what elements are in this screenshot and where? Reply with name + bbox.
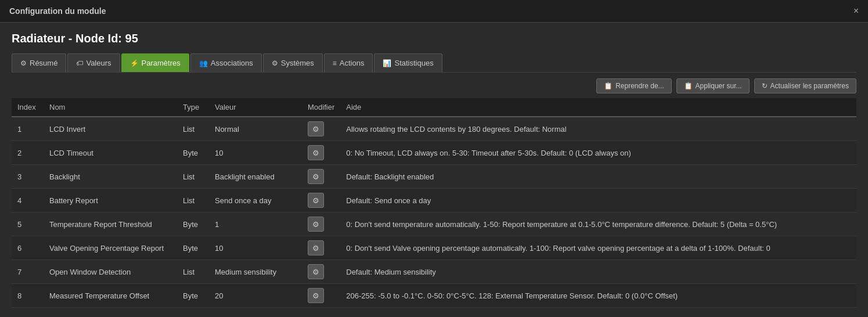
actualiser-button[interactable]: ↻ Actualiser les paramètres <box>754 78 856 93</box>
resume-icon: ⚙ <box>20 59 27 67</box>
modifier-button[interactable]: ⚙ <box>308 193 324 208</box>
modal-body: Radiateur - Node Id: 95 ⚙ Résumé 🏷 Valeu… <box>0 23 868 308</box>
tab-actions[interactable]: ≡ Actions <box>324 53 373 72</box>
parameters-table: Index Nom Type Valeur Modifier Aide 1LCD… <box>12 98 856 308</box>
cell-modifier: ⚙ <box>302 212 340 236</box>
cell-index: 3 <box>12 165 44 189</box>
reprendre-icon: 📋 <box>604 82 613 90</box>
modifier-button[interactable]: ⚙ <box>308 145 324 160</box>
table-row: 4Battery ReportListSend once a day⚙Defau… <box>12 189 856 212</box>
cell-type: List <box>177 165 209 189</box>
tab-statistiques[interactable]: 📊 Statistiques <box>374 53 442 72</box>
table-row: 8Measured Temperature OffsetByte20⚙206-2… <box>12 284 856 308</box>
cell-aide: 206-255: -5.0 to -0.1°C. 0-50: 0°C-5°C. … <box>340 284 856 308</box>
cell-type: List <box>177 117 209 141</box>
modifier-button[interactable]: ⚙ <box>308 264 324 279</box>
valeurs-icon: 🏷 <box>76 59 83 67</box>
cell-nom: LCD Timeout <box>44 141 177 165</box>
cell-type: Byte <box>177 284 209 308</box>
systemes-icon: ⚙ <box>272 59 278 67</box>
cell-type: List <box>177 189 209 212</box>
table-body: 1LCD InvertListNormal⚙Allows rotating th… <box>12 117 856 308</box>
col-header-aide: Aide <box>340 98 856 117</box>
cell-aide: Default: Send once a day <box>340 189 856 212</box>
modifier-button[interactable]: ⚙ <box>308 288 324 303</box>
cell-modifier: ⚙ <box>302 141 340 165</box>
cell-valeur: 10 <box>209 141 302 165</box>
statistiques-icon: 📊 <box>383 59 391 67</box>
actions-icon: ≡ <box>333 59 337 67</box>
cell-nom: Measured Temperature Offset <box>44 284 177 308</box>
close-icon[interactable]: × <box>853 6 859 16</box>
cell-index: 4 <box>12 189 44 212</box>
cell-index: 8 <box>12 284 44 308</box>
cell-nom: Valve Opening Percentage Report <box>44 236 177 260</box>
tab-associations[interactable]: 👥 Associations <box>190 53 262 72</box>
appliquer-icon: 📋 <box>684 82 693 90</box>
reprendre-button[interactable]: 📋 Reprendre de... <box>596 78 671 93</box>
cell-aide: Default: Backlight enabled <box>340 165 856 189</box>
cell-nom: Temperature Report Threshold <box>44 212 177 236</box>
cell-nom: LCD Invert <box>44 117 177 141</box>
table-row: 2LCD TimeoutByte10⚙0: No Timeout, LCD al… <box>12 141 856 165</box>
modifier-button[interactable]: ⚙ <box>308 169 324 184</box>
parametres-icon: ⚡ <box>130 59 139 67</box>
tab-resume[interactable]: ⚙ Résumé <box>12 53 66 72</box>
table-row: 6Valve Opening Percentage ReportByte10⚙0… <box>12 236 856 260</box>
tab-resume-label: Résumé <box>30 59 57 67</box>
actualiser-icon: ↻ <box>762 82 768 90</box>
modifier-button[interactable]: ⚙ <box>308 240 324 255</box>
modal-container: Configuration du module × Radiateur - No… <box>0 0 868 308</box>
cell-valeur: Normal <box>209 117 302 141</box>
associations-icon: 👥 <box>199 59 208 67</box>
modifier-button[interactable]: ⚙ <box>308 217 324 232</box>
cell-index: 6 <box>12 236 44 260</box>
cell-modifier: ⚙ <box>302 260 340 284</box>
actualiser-label: Actualiser les paramètres <box>770 82 849 90</box>
cell-nom: Backlight <box>44 165 177 189</box>
cell-type: Byte <box>177 212 209 236</box>
appliquer-label: Appliquer sur... <box>696 82 742 90</box>
tab-actions-label: Actions <box>340 59 365 67</box>
tab-valeurs-label: Valeurs <box>86 59 111 67</box>
table-header: Index Nom Type Valeur Modifier Aide <box>12 98 856 117</box>
tab-systemes[interactable]: ⚙ Systèmes <box>263 53 323 72</box>
cell-valeur: Send once a day <box>209 189 302 212</box>
appliquer-button[interactable]: 📋 Appliquer sur... <box>676 78 750 93</box>
tab-systemes-label: Systèmes <box>281 59 314 67</box>
cell-type: Byte <box>177 236 209 260</box>
cell-index: 7 <box>12 260 44 284</box>
cell-index: 5 <box>12 212 44 236</box>
cell-modifier: ⚙ <box>302 117 340 141</box>
reprendre-label: Reprendre de... <box>615 82 664 90</box>
col-header-modifier: Modifier <box>302 98 340 117</box>
cell-modifier: ⚙ <box>302 236 340 260</box>
tab-parametres[interactable]: ⚡ Paramètres <box>121 53 189 72</box>
col-header-valeur: Valeur <box>209 98 302 117</box>
table-row: 7Open Window DetectionListMedium sensibi… <box>12 260 856 284</box>
cell-aide: 0: No Timeout, LCD always on. 5-30: Time… <box>340 141 856 165</box>
modifier-button[interactable]: ⚙ <box>308 121 324 136</box>
table-toolbar: 📋 Reprendre de... 📋 Appliquer sur... ↻ A… <box>12 73 856 98</box>
tabs-bar: ⚙ Résumé 🏷 Valeurs ⚡ Paramètres 👥 Associ… <box>12 53 856 73</box>
cell-valeur: Backlight enabled <box>209 165 302 189</box>
modal-title: Configuration du module <box>9 6 106 16</box>
table-row: 5Temperature Report ThresholdByte1⚙0: Do… <box>12 212 856 236</box>
cell-valeur: Medium sensibility <box>209 260 302 284</box>
cell-modifier: ⚙ <box>302 189 340 212</box>
cell-type: List <box>177 260 209 284</box>
cell-type: Byte <box>177 141 209 165</box>
cell-index: 2 <box>12 141 44 165</box>
cell-aide: 0: Don't send Valve opening percentage a… <box>340 236 856 260</box>
modal-header: Configuration du module × <box>0 0 868 23</box>
node-title: Radiateur - Node Id: 95 <box>12 32 856 45</box>
table-row: 1LCD InvertListNormal⚙Allows rotating th… <box>12 117 856 141</box>
cell-modifier: ⚙ <box>302 165 340 189</box>
col-header-type: Type <box>177 98 209 117</box>
cell-nom: Battery Report <box>44 189 177 212</box>
table-row: 3BacklightListBacklight enabled⚙Default:… <box>12 165 856 189</box>
cell-valeur: 10 <box>209 236 302 260</box>
cell-valeur: 1 <box>209 212 302 236</box>
tab-valeurs[interactable]: 🏷 Valeurs <box>67 53 120 72</box>
cell-aide: Allows rotating the LCD contents by 180 … <box>340 117 856 141</box>
